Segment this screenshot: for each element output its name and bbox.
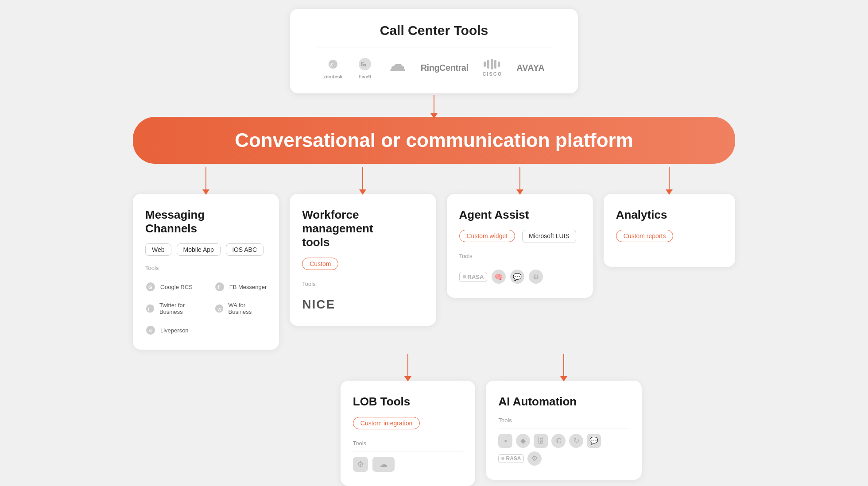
svg-text:⚙: ⚙ — [149, 328, 153, 333]
agent-assist-column: Agent Assist Custom widget Microsoft LUI… — [447, 167, 593, 298]
analytics-title: Analytics — [616, 208, 723, 222]
svg-text:W: W — [217, 307, 221, 312]
messaging-title: MessagingChannels — [145, 208, 267, 235]
avaya-logo: AVAYA — [516, 63, 544, 73]
lob-card: LOB Tools Custom integration Tools ⚙ ☁ — [341, 381, 476, 486]
ai-automation-card: AI Automation Tools ▪ ◆ 🗄 C ↻ 💬 RASA — [486, 381, 642, 479]
logos-row: Z zendesk 5₉ Five9 RingCent — [317, 56, 551, 79]
zendesk-label: zendesk — [323, 74, 342, 79]
lob-gear-icon: ⚙ — [353, 457, 368, 472]
ai-gear-icon: ⚙ — [527, 451, 542, 466]
cisco-label: CISCO — [483, 71, 503, 77]
web-tag: Web — [145, 243, 171, 256]
arrow-to-ai — [560, 376, 567, 382]
arrow-to-analytics — [669, 167, 670, 189]
gear-tool-icon: ⚙ — [529, 270, 543, 284]
svg-point-12 — [146, 305, 154, 312]
platform-title: Conversational or communication platform — [159, 129, 709, 151]
ai-square-icon: ▪ — [498, 434, 512, 448]
custom-reports-tag[interactable]: Custom reports — [616, 230, 674, 242]
google-rcs-icon: G — [145, 282, 156, 292]
platform-banner: Conversational or communication platform — [133, 117, 735, 164]
analytics-column: Analytics Custom reports — [604, 167, 735, 267]
svg-rect-4 — [487, 60, 489, 69]
five9-logo: 5₉ Five9 — [357, 56, 373, 79]
columns-row: MessagingChannels Web Mobile App iOS ABC… — [133, 167, 735, 350]
tools-label-ai: Tools — [498, 417, 629, 424]
lob-title: LOB Tools — [353, 395, 463, 409]
brain-tool-icon: 🧠 — [492, 270, 506, 284]
arrow-to-agent — [519, 167, 520, 189]
wa-icon: W — [214, 303, 224, 314]
workforce-column: Workforcemanagementtools Custom Tools NI… — [290, 167, 436, 326]
svg-rect-3 — [484, 62, 486, 67]
cisco-logo: CISCO — [483, 59, 503, 77]
lob-tools-icons: ⚙ ☁ — [353, 457, 463, 472]
google-rcs-label: Google RCS — [160, 284, 193, 290]
ai-db-icon: 🗄 — [534, 434, 548, 448]
ai-chat-icon: 💬 — [587, 434, 601, 448]
call-center-title: Call Center Tools — [317, 23, 551, 38]
ai-rasa-icon: RASA — [498, 454, 524, 463]
analytics-card: Analytics Custom reports — [604, 194, 735, 267]
mobile-app-tag: Mobile App — [177, 243, 221, 256]
agent-tools-icons: RASA 🧠 💬 ⚙ — [459, 270, 581, 284]
call-center-tools-card: Call Center Tools Z zendesk 5₉ Five9 — [290, 9, 578, 93]
dialpad-logo — [387, 60, 407, 76]
agent-assist-card: Agent Assist Custom widget Microsoft LUI… — [447, 194, 593, 298]
ringcentral-logo: RingCentral — [421, 63, 469, 73]
ms-luis-tag: Microsoft LUIS — [522, 230, 576, 243]
messaging-column: MessagingChannels Web Mobile App iOS ABC… — [133, 167, 279, 350]
nice-logo: NICE — [302, 297, 423, 312]
ai-box-icon: ◆ — [516, 434, 530, 448]
svg-text:Z: Z — [330, 62, 333, 67]
ai-title: AI Automation — [498, 395, 629, 409]
tools-label-agent: Tools — [459, 253, 581, 259]
arrow-to-lob — [404, 376, 411, 382]
agent-title: Agent Assist — [459, 208, 581, 222]
svg-rect-6 — [494, 60, 496, 69]
liveperson-label: Liveperson — [160, 327, 189, 334]
workforce-title: Workforcemanagementtools — [302, 208, 423, 250]
custom-tag[interactable]: Custom — [302, 258, 338, 270]
main-diagram: Call Center Tools Z zendesk 5₉ Five9 — [124, 9, 744, 486]
twitter-label: Twitter for Business — [159, 302, 205, 315]
ai-c-icon: C — [551, 434, 566, 448]
arrow-to-messaging — [205, 167, 206, 189]
svg-rect-7 — [498, 62, 500, 67]
ios-abc-tag: iOS ABC — [226, 243, 264, 256]
five9-label: Five9 — [359, 74, 371, 79]
wa-label: WA for Business — [229, 302, 267, 315]
ai-tools-icons-row1: ▪ ◆ 🗄 C ↻ 💬 — [498, 434, 629, 448]
liveperson-icon: ⚙ — [145, 325, 156, 336]
svg-rect-5 — [491, 59, 493, 69]
fb-icon: f — [214, 282, 225, 292]
tools-label-workforce: Tools — [302, 281, 423, 287]
tools-label-lob: Tools — [353, 440, 463, 447]
chat-tool-icon: 💬 — [510, 270, 524, 284]
salesforce-icon: ☁ — [372, 457, 395, 472]
ai-refresh-icon: ↻ — [569, 434, 583, 448]
tools-label-messaging: Tools — [145, 265, 267, 271]
svg-text:5₉: 5₉ — [361, 62, 366, 68]
arrow-to-workforce — [362, 167, 363, 189]
messaging-tools-list: G Google RCS f FB Messenger t Twitter fo… — [145, 282, 267, 336]
messaging-tags: Web Mobile App iOS ABC — [145, 243, 267, 258]
twitter-icon: t — [145, 303, 155, 314]
fb-messenger-label: FB Messenger — [229, 284, 267, 290]
rasa-icon: RASA — [459, 272, 488, 282]
ai-tools-icons-row2: RASA ⚙ — [498, 451, 629, 466]
workforce-card: Workforcemanagementtools Custom Tools NI… — [290, 194, 436, 326]
zendesk-logo: Z zendesk — [323, 56, 342, 79]
custom-widget-tag[interactable]: Custom widget — [459, 230, 515, 242]
svg-text:G: G — [148, 285, 152, 290]
svg-point-10 — [215, 282, 224, 291]
arrow-to-platform — [434, 95, 434, 113]
messaging-card: MessagingChannels Web Mobile App iOS ABC… — [133, 194, 279, 350]
custom-integration-tag[interactable]: Custom integration — [353, 417, 420, 429]
